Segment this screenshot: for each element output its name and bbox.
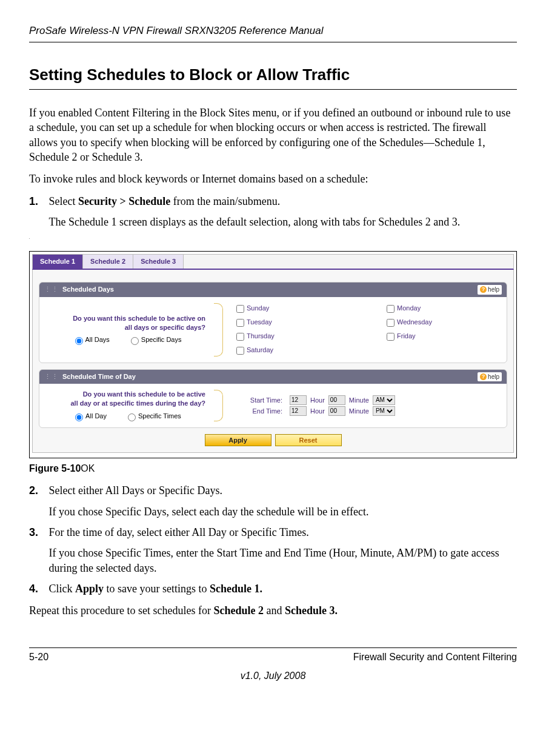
help-icon: ? [480,286,487,293]
lbl-thursday: Thursday [247,332,275,340]
closing-para: Repeat this procedure to set schedules f… [29,603,517,618]
intro-para-2: To invoke rules and block keywords or In… [29,172,517,186]
start-minute-input[interactable] [328,395,345,405]
minute-word: Minute [349,407,369,416]
start-hour-input[interactable] [290,395,307,405]
bracket-icon [214,303,223,356]
time-question: Do you want this schedule to be active a… [48,390,214,421]
scheduled-days-body: Do you want this schedule to be active o… [39,297,507,363]
help-link-days[interactable]: ?help [478,285,502,295]
time-q-line1: Do you want this schedule to be active [48,390,205,399]
start-time-label: Start Time: [234,396,282,405]
time-q-line2: all day or at specific times during the … [48,399,205,408]
lbl-friday: Friday [397,332,416,340]
section-heading: Setting Schedules to Block or Allow Traf… [29,64,517,90]
end-minute-input[interactable] [328,406,345,416]
doc-header: ProSafe Wireless-N VPN Firewall SRXN3205… [29,24,517,42]
radio-specific-days[interactable]: Specific Days [128,335,182,345]
step-list: 1. Select Security > Schedule from the m… [29,194,517,230]
step-number-4: 4. [29,581,46,596]
end-time-label: End Time: [234,407,282,416]
apply-button[interactable]: Apply [205,434,271,446]
days-q-line1: Do you want this schedule to be active o… [48,314,205,323]
time-options: Start Time: Hour Minute AM End Time: Hou… [234,394,498,417]
step1-text-suffix: from the main/submenu. [170,195,280,207]
step4-apply: Apply [75,583,104,595]
step3-sub: If you chose Specific Times, enter the S… [49,546,510,575]
intro-para-1: If you enabled Content Filtering in the … [29,105,517,164]
help-label: help [488,286,499,294]
lbl-saturday: Saturday [247,346,273,353]
scheduled-time-header: ⋮⋮Scheduled Time of Day ?help [39,370,507,384]
step2-sub: If you chose Specific Days, select each … [49,504,510,519]
end-hour-input[interactable] [290,406,307,416]
chk-thursday[interactable]: Thursday [234,331,348,343]
header-dots-icon: ⋮⋮ [44,286,59,293]
footer-section: Firewall Security and Content Filtering [353,651,517,664]
hour-word: Hour [310,407,325,416]
radio-all-days[interactable]: All Days [72,335,110,345]
step-number-1: 1. [29,194,46,209]
step1-sub: The Schedule 1 screen displays as the de… [49,215,510,229]
lbl-monday: Monday [397,304,421,312]
step3-text: For the time of day, select either All D… [49,526,309,538]
help-label: help [488,373,499,381]
scheduled-time-body: Do you want this schedule to be active a… [39,384,507,427]
tab-schedule-1[interactable]: Schedule 1 [33,255,83,269]
step1-text-prefix: Select [49,195,78,207]
closing-sched2: Schedule 2 [213,604,264,617]
tab-schedule-3[interactable]: Schedule 3 [133,255,184,269]
chk-sunday[interactable]: Sunday [234,303,348,315]
step1-menu-path: Security > Schedule [78,195,170,207]
radio-specific-times-label: Specific Times [138,412,181,420]
step2-text: Select either All Days or Specific Days. [49,484,222,497]
step4-target: Schedule 1. [210,583,262,595]
closing-mid: and [264,604,285,617]
bracket-icon [214,390,223,421]
step4-mid: to save your settings to [104,583,210,595]
figure-suffix: OK [81,463,95,473]
days-q-line2: all days or specific days? [48,323,205,332]
scheduled-time-group: ⋮⋮Scheduled Time of Day ?help Do you wan… [39,369,507,428]
chk-friday[interactable]: Friday [384,331,498,343]
day-options: Sunday Monday Tuesday Wednesday Thursday… [234,303,498,356]
closing-sched3: Schedule 3. [285,604,338,617]
chk-wednesday[interactable]: Wednesday [384,317,498,329]
start-ampm-select[interactable]: AM [373,395,395,405]
page-number: 5-20 [29,651,48,664]
lbl-wednesday: Wednesday [397,318,432,326]
chk-tuesday[interactable]: Tuesday [234,317,348,329]
button-row: Apply Reset [39,434,507,446]
reset-button[interactable]: Reset [275,434,342,446]
chk-monday[interactable]: Monday [384,303,498,315]
minute-word: Minute [349,396,369,405]
schedule-tabs: Schedule 1 Schedule 2 Schedule 3 [32,254,514,270]
page-footer: 5-20 Firewall Security and Content Filte… [29,647,517,664]
lbl-sunday: Sunday [247,304,269,312]
help-link-time[interactable]: ?help [478,372,502,382]
radio-specific-times[interactable]: Specific Times [125,412,181,421]
figure-caption: Figure 5-10OK [29,462,517,475]
footer-version: v1.0, July 2008 [29,669,517,683]
step-number-2: 2. [29,483,46,498]
scheduled-days-group: ⋮⋮Scheduled Days ?help Do you want this … [39,282,507,363]
radio-all-days-label: All Days [85,336,110,343]
days-question: Do you want this schedule to be active o… [48,314,214,346]
lbl-tuesday: Tuesday [247,318,272,326]
figure-screenshot: Schedule 1 Schedule 2 Schedule 3 ⋮⋮Sched… [29,251,517,458]
chk-saturday[interactable]: Saturday [234,345,348,356]
scheduled-days-title: Scheduled Days [62,286,114,293]
step-number-3: 3. [29,525,46,540]
tab-schedule-2[interactable]: Schedule 2 [83,255,133,269]
closing-prefix: Repeat this procedure to set schedules f… [29,604,213,617]
tiny-dot: . [29,235,517,240]
radio-all-day[interactable]: All Day [72,412,107,421]
end-ampm-select[interactable]: PM [373,406,395,416]
panel-area: ⋮⋮Scheduled Days ?help Do you want this … [32,270,514,453]
scheduled-days-header: ⋮⋮Scheduled Days ?help [39,283,507,297]
radio-all-day-label: All Day [85,412,107,420]
scheduled-time-title: Scheduled Time of Day [62,373,136,380]
help-icon: ? [480,373,487,380]
hour-word: Hour [310,396,325,405]
figure-number: Figure 5-10 [29,463,81,473]
